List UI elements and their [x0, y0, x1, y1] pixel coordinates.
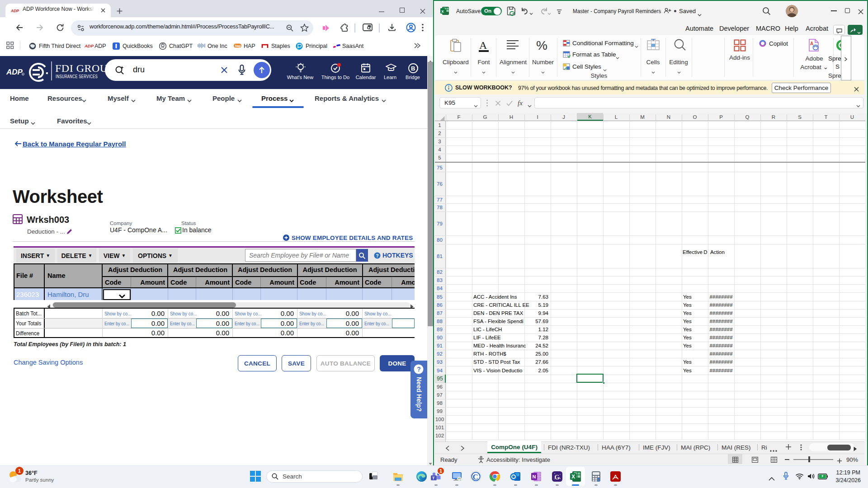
svg-text:N: N [533, 474, 536, 479]
svg-text:G: G [555, 474, 560, 481]
svg-text:T: T [432, 476, 435, 480]
svg-text:ADP: ADP [11, 9, 19, 13]
svg-text:hap: hap [235, 44, 241, 48]
svg-text:fx: fx [518, 99, 523, 107]
svg-text:A: A [810, 41, 813, 46]
svg-text:%: % [536, 38, 547, 52]
svg-text:?: ? [417, 366, 421, 373]
svg-text:R: R [23, 74, 24, 75]
svg-text:x: x [441, 9, 444, 14]
svg-text:ADP: ADP [85, 43, 94, 48]
svg-text:ADP: ADP [6, 68, 23, 76]
svg-text:A: A [479, 39, 487, 51]
svg-text:?: ? [376, 253, 379, 258]
svg-text:X: X [571, 474, 575, 480]
svg-text:B: B [411, 65, 415, 72]
